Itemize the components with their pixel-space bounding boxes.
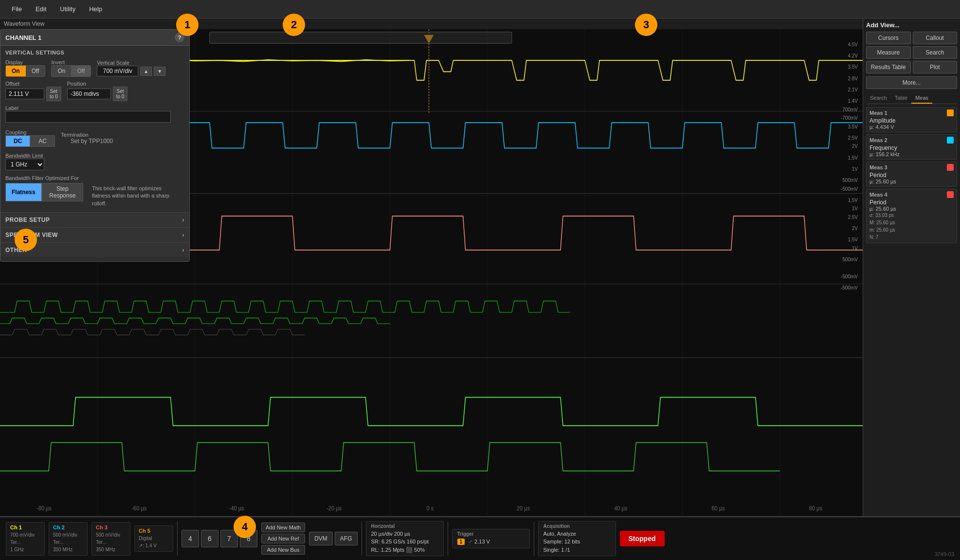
menu-utility[interactable]: Utility (53, 3, 82, 15)
right-panel: Add View... Cursors Callout Measure Sear… (863, 18, 960, 516)
svg-text:60 µs: 60 µs (711, 505, 725, 512)
ch2-info: Ch 2 500 mV/div Ter... 350 MHz (49, 522, 88, 556)
ch5-label: Ch 5 (139, 528, 169, 534)
svg-text:0 s: 0 s (426, 505, 434, 512)
tab-search[interactable]: Search (866, 93, 891, 104)
svg-text:1.5V: 1.5V (848, 197, 858, 203)
plot-btn[interactable]: Plot (913, 61, 958, 73)
btn-7[interactable]: 7 (220, 530, 238, 547)
svg-rect-50 (210, 32, 512, 43)
position-set-btn[interactable]: Setto 0 (113, 87, 128, 101)
display-toggle[interactable]: On Off (5, 65, 45, 77)
trigger-title: Trigger (457, 531, 525, 537)
bw-filter-label: Bandwidth Filter Optimized For (5, 175, 184, 181)
invert-label: Invert (51, 59, 91, 65)
add-new-bus-btn[interactable]: Add New Bus (261, 545, 305, 555)
ch3-detail: 500 mV/div Ter... 350 MHz (96, 531, 126, 553)
ch2-detail: 500 mV/div Ter... 350 MHz (53, 531, 83, 553)
invert-on-btn[interactable]: On (52, 66, 71, 76)
menu-file[interactable]: File (5, 3, 29, 15)
add-view-grid: Cursors Callout Measure Search Results T… (866, 32, 957, 73)
label-input[interactable] (5, 111, 171, 123)
dvm-btn[interactable]: DVM (309, 532, 333, 545)
other-section[interactable]: OTHER › (0, 242, 189, 257)
svg-text:500mV: 500mV (842, 177, 858, 183)
svg-text:1.5V: 1.5V (848, 236, 858, 243)
trigger-info: Trigger 1 ⟋ 2.13 V (452, 529, 530, 548)
tab-table[interactable]: Table (891, 93, 911, 104)
horizontal-line1: 20 µs/div 200 µs (371, 530, 438, 538)
display-on-btn[interactable]: On (6, 66, 26, 76)
cursors-btn[interactable]: Cursors (866, 32, 911, 44)
add-new-ref-btn[interactable]: Add New Ref (261, 534, 305, 543)
measure-btn[interactable]: Measure (866, 46, 911, 59)
add-new-math-btn[interactable]: Add New Math (261, 523, 305, 532)
display-off-btn[interactable]: Off (26, 66, 45, 76)
invert-off-btn[interactable]: Off (71, 66, 91, 76)
waveform-title: Waveform View (0, 18, 863, 30)
stopped-btn[interactable]: Stopped (620, 531, 665, 546)
acquisition-line3: Single: 1 /1 (543, 546, 611, 554)
svg-text:-40 µs: -40 µs (229, 505, 244, 512)
horizontal-title: Horizontal (371, 524, 438, 529)
callout-btn[interactable]: Callout (913, 32, 958, 44)
invert-toggle[interactable]: On Off (51, 65, 91, 77)
step-response-btn[interactable]: Step Response (42, 183, 83, 201)
termination-label: Termination (61, 132, 113, 138)
dc-btn[interactable]: DC (5, 135, 30, 147)
menu-edit[interactable]: Edit (29, 3, 53, 15)
channel-panel: CHANNEL 1 ? VERTICAL SETTINGS Display On… (0, 29, 190, 262)
separator-4 (534, 522, 534, 556)
results-table-btn[interactable]: Results Table (866, 61, 911, 73)
svg-text:3.5V: 3.5V (848, 123, 858, 129)
svg-text:3.5V: 3.5V (848, 64, 858, 70)
ch5-detail: Digital ↗: 1.4 V (139, 535, 169, 549)
scale-up-btn[interactable]: ▲ (140, 67, 152, 76)
svg-text:2.5V: 2.5V (848, 214, 858, 220)
waveform-area: Waveform View -80 µs -60 µs -40 µs (0, 18, 863, 516)
svg-text:2V: 2V (852, 143, 858, 149)
help-icon[interactable]: ? (175, 33, 184, 42)
offset-input[interactable] (5, 89, 44, 99)
menu-help[interactable]: Help (82, 3, 109, 15)
meas-4-details: σ: 33.03 ps M: 25.60 µs m: 25.60 µs N: 7 (869, 212, 954, 241)
trigger-value: ⟋ 2.13 V (468, 538, 490, 546)
vertical-settings-label: VERTICAL SETTINGS (0, 46, 189, 57)
ac-btn[interactable]: AC (30, 135, 55, 147)
ch2-label: Ch 2 (53, 524, 83, 530)
svg-text:1V: 1V (852, 165, 858, 172)
position-label: Position (67, 81, 128, 87)
svg-text:20 µs: 20 µs (517, 505, 530, 512)
meas-1: Meas 1 Amplitude µ: 4.434 V (866, 107, 957, 132)
scale-down-btn[interactable]: ▼ (154, 67, 165, 76)
position-input[interactable] (67, 89, 111, 99)
flatness-btn[interactable]: Flatness (5, 183, 42, 201)
probe-setup-section[interactable]: PROBE SETUP › (0, 212, 189, 227)
offset-set-btn[interactable]: Setto 0 (46, 87, 61, 101)
acquisition-info: Acquisition Auto, Analyze Sample: 12 bit… (538, 521, 616, 557)
btn-4[interactable]: 4 (181, 530, 199, 547)
search-btn[interactable]: Search (913, 46, 958, 59)
ref-number: 3749-03 (935, 551, 954, 557)
btn-8[interactable]: 8 (240, 530, 257, 547)
horizontal-line3: RL: 1.25 Mpts ⬛ 50% (371, 546, 438, 554)
tab-meas[interactable]: Meas (911, 93, 932, 104)
filter-description: This brick-wall filter optimizes flatnes… (87, 183, 184, 209)
btn-6[interactable]: 6 (201, 530, 218, 547)
meas-2-label: Meas 2 (869, 137, 888, 143)
ch5-info: Ch 5 Digital ↗: 1.4 V (134, 525, 173, 552)
status-bar: Ch 1 700 mV/div Ter... 1 GHz Ch 2 500 mV… (0, 516, 960, 560)
svg-text:2V: 2V (852, 225, 858, 231)
svg-text:1V: 1V (852, 205, 858, 212)
meas-3: Meas 3 Period µ: 25.60 µs (866, 162, 957, 187)
coupling-group: DC AC (5, 135, 55, 147)
acquisition-title: Acquisition (543, 524, 611, 529)
more-btn[interactable]: More... (866, 76, 957, 89)
dvm-afg-group: DVM AFG (309, 532, 357, 545)
bandwidth-select[interactable]: 1 GHz (5, 159, 44, 170)
afg-btn[interactable]: AFG (335, 532, 358, 545)
scale-control: 700 mV/div ▲ ▼ (97, 66, 165, 76)
spectrum-view-section[interactable]: SPECTRUM VIEW › (0, 227, 189, 242)
channel-panel-header: CHANNEL 1 ? (0, 30, 189, 46)
label-section-label: Label (5, 105, 184, 111)
